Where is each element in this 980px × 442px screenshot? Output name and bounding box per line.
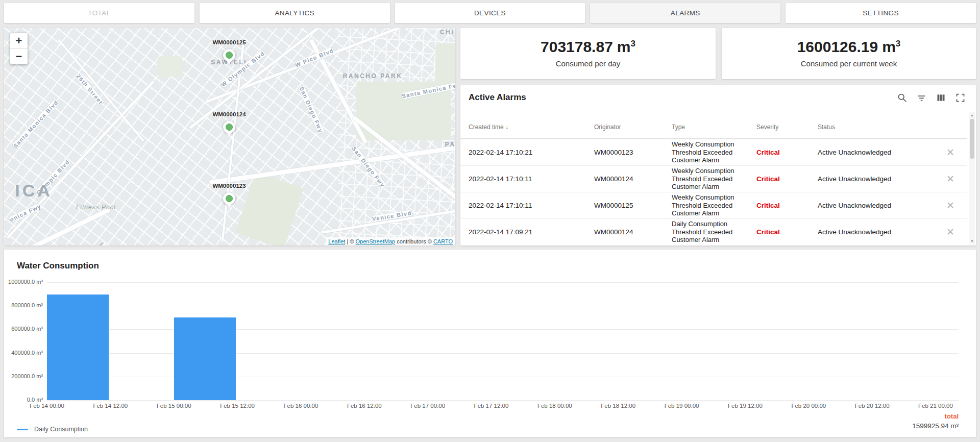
scrollbar-thumb[interactable] [970,119,974,159]
x-axis-tick-label: Feb 19 00:00 [665,403,699,409]
column-header-severity[interactable]: Severity [756,116,815,138]
fullscreen-icon[interactable] [955,92,966,103]
x-axis-tick-label: Feb 20 12:00 [855,403,890,409]
alarm-status: Active Unacknowledged [818,166,927,192]
tab-devices[interactable]: DEVICES [395,3,585,23]
consumed-per-week-label: Consumed per current week [801,59,897,68]
filter-icon[interactable] [916,92,927,103]
alarm-severity: Critical [756,219,815,245]
chart-legend[interactable]: Daily Consumption [17,426,88,433]
columns-icon[interactable] [936,92,946,103]
tab-alarms[interactable]: ALARMS [590,3,780,23]
column-header-type[interactable]: Type [672,116,752,138]
map-canvas[interactable]: + − Leaflet | © OpenStreetMap contributo… [4,28,455,245]
alarm-type: Daily Consumption Threshold Exceeded Cus… [672,219,752,245]
alarm-originator: WM0000123 [594,139,671,165]
alarms-toolbar [897,92,966,103]
attribution-text: | © [345,238,355,244]
x-axis-tick-label: Feb 17 12:00 [474,403,509,409]
carto-link[interactable]: CARTO [433,238,453,244]
consumed-per-week-card: 1600126.19m3 Consumed per current week [722,28,976,79]
consumed-per-week-value: 1600126.19m3 [797,39,901,55]
y-axis-tick-label: 400000.0 m³ [4,350,43,356]
zoom-out-button[interactable]: − [10,49,28,64]
map-marker-label: WM0000124 [212,111,246,117]
chart-plot [47,282,959,400]
consumed-per-day-value: 703178.87m3 [541,39,635,55]
gridline [47,282,959,283]
scroll-up-icon[interactable]: ▲ [969,112,975,118]
sort-descending-icon[interactable]: ↓ [505,124,508,131]
alarm-created-time: 2022-02-14 17:09:21 [469,219,591,245]
clear-alarm-icon[interactable]: ✕ [946,146,954,158]
tab-settings[interactable]: SETTINGS [786,3,976,23]
openstreetmap-link[interactable]: OpenStreetMap [355,238,395,244]
x-axis-tick-label: Feb 16 00:00 [284,403,318,409]
x-axis-tick-label: Feb 17 00:00 [410,403,445,409]
x-axis-tick-label: Feb 18 12:00 [601,403,635,409]
consumed-per-day-label: Consumed per day [556,59,621,68]
x-axis-tick-label: Feb 15 12:00 [220,403,255,409]
attribution-text: contributors © [395,238,433,244]
alarm-row[interactable]: 2022-02-14 17:10:21 WM0000123 Weekly Con… [460,139,967,165]
leaflet-link[interactable]: Leaflet [328,238,345,244]
column-header-originator[interactable]: Originator [594,116,671,138]
map-marker[interactable]: WM0000125 [223,49,235,61]
column-header-created-time[interactable]: Created time ↓ [469,116,591,138]
alarm-type: Weekly Consumption Threshold Exceeded Cu… [672,166,752,192]
alarm-row[interactable]: 2022-02-14 17:09:21 WM0000124 Daily Cons… [460,218,967,245]
x-axis-tick-label: Feb 14 00:00 [30,403,64,409]
x-axis-tick-label: Feb 16 12:00 [347,403,382,409]
active-alarms-widget: Active Alarms Created time ↓ Originator … [460,85,976,245]
bar-daily-consumption[interactable] [47,294,109,400]
map-marker[interactable]: WM0000124 [223,121,235,133]
x-axis-tick-label: Feb 20 00:00 [791,403,826,409]
y-axis-tick-label: 200000.0 m³ [4,373,43,379]
x-axis-tick-label: Feb 15 00:00 [157,403,191,409]
alarm-row[interactable]: 2022-02-14 17:10:11 WM0000124 Weekly Con… [460,165,967,192]
marker-pin-icon [223,121,235,133]
alarm-created-time: 2022-02-14 17:10:11 [469,192,591,218]
map-widget: + − Leaflet | © OpenStreetMap contributo… [4,28,455,245]
map-attribution: Leaflet | © OpenStreetMap contributors ©… [326,237,455,245]
alarm-status: Active Unacknowledged [818,192,927,218]
y-axis-tick-label: 600000.0 m³ [4,326,43,332]
tab-bar: TOTAL ANALYTICS DEVICES ALARMS SETTINGS [4,3,976,23]
alarm-severity: Critical [756,192,815,218]
alarm-created-time: 2022-02-14 17:10:11 [469,166,591,192]
map-area-park [435,43,455,89]
map-zoom-control: + − [10,33,28,64]
gridline [47,400,959,401]
alarm-type: Weekly Consumption Threshold Exceeded Cu… [672,139,752,165]
x-axis-tick-label: Feb 14 12:00 [93,403,128,409]
zoom-in-button[interactable]: + [10,33,28,48]
bar-daily-consumption[interactable] [174,317,236,400]
scroll-down-icon[interactable]: ▼ [969,238,975,244]
tab-analytics[interactable]: ANALYTICS [200,3,390,23]
alarms-scrollbar[interactable]: ▲ ▼ [969,112,975,244]
map-area-park [157,56,183,77]
y-axis-tick-label: 1000000.0 m³ [4,279,43,285]
alarm-originator: WM0000124 [594,166,671,192]
clear-alarm-icon[interactable]: ✕ [946,173,954,185]
alarm-status: Active Unacknowledged [818,139,927,165]
alarm-originator: WM0000125 [594,192,671,218]
x-axis-tick-label: Feb 19 12:00 [728,403,763,409]
column-header-status[interactable]: Status [818,116,927,138]
y-axis-tick-label: 0.0 m³ [4,397,43,403]
map-marker[interactable]: WM0000123 [223,192,235,205]
tab-total[interactable]: TOTAL [4,3,194,23]
alarm-row[interactable]: 2022-02-14 17:10:11 WM0000125 Weekly Con… [460,192,967,218]
y-axis-tick-label: 800000.0 m³ [4,302,43,308]
clear-alarm-icon[interactable]: ✕ [946,226,954,238]
alarm-type: Weekly Consumption Threshold Exceeded Cu… [672,192,752,218]
alarm-severity: Critical [756,166,815,192]
chart-total-label: total [945,412,959,420]
chart-total-value: 1599925.94 m³ [912,422,959,430]
x-axis-tick-label: Feb 18 00:00 [537,403,572,409]
map-marker-label: WM0000125 [212,39,246,45]
clear-alarm-icon[interactable]: ✕ [946,200,954,211]
active-alarms-title: Active Alarms [469,92,526,103]
alarms-table-header: Created time ↓ Originator Type Severity … [460,116,967,139]
search-icon[interactable] [897,92,908,103]
